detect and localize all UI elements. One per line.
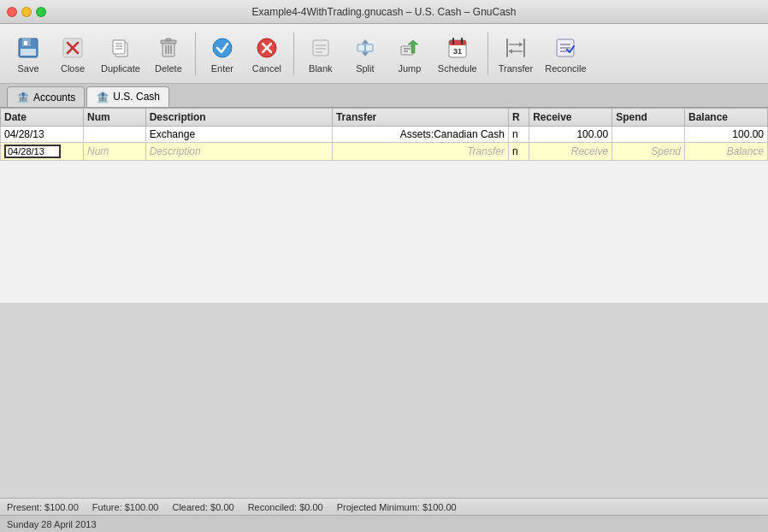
accounts-tab-icon: 🏦	[16, 91, 30, 103]
table-header-row: Date Num Description Transfer R Receive …	[1, 109, 768, 127]
description-placeholder: Description	[150, 145, 201, 157]
save-label: Save	[17, 63, 38, 74]
status-bar: Present: $100.00 Future: $100.00 Cleared…	[0, 498, 768, 515]
titlebar: Example4-4WithTrading.gnucash – U.S. Cas…	[0, 0, 768, 24]
table-row[interactable]: 04/28/13 Exchange Assets:Canadian Cash n…	[1, 127, 768, 143]
duplicate-label: Duplicate	[101, 63, 140, 74]
svg-marker-29	[362, 52, 369, 56]
edit-date[interactable]	[1, 143, 84, 161]
svg-rect-8	[113, 40, 125, 54]
svg-rect-22	[313, 40, 328, 56]
row-r[interactable]: n	[508, 127, 529, 143]
duplicate-button[interactable]: Duplicate	[96, 31, 145, 77]
schedule-button[interactable]: 31 Schedule	[433, 31, 482, 77]
svg-point-18	[213, 38, 232, 57]
edit-transfer[interactable]: Transfer	[332, 143, 508, 161]
maximize-button[interactable]	[36, 7, 46, 17]
row-spend[interactable]	[612, 127, 685, 143]
traffic-lights	[7, 7, 46, 17]
reconcile-icon	[552, 34, 579, 62]
reconcile-label: Reconcile	[545, 63, 586, 74]
col-header-spend[interactable]: Spend	[612, 109, 685, 127]
status-present: Present: $100.00	[7, 502, 79, 512]
jump-icon	[396, 34, 423, 62]
edit-num[interactable]: Num	[83, 143, 145, 161]
tab-accounts[interactable]: 🏦 Accounts	[7, 86, 85, 107]
edit-r[interactable]: n	[508, 143, 529, 161]
close-icon	[59, 34, 86, 62]
separator-3	[487, 33, 488, 75]
save-button[interactable]: Save	[7, 31, 50, 77]
edit-description[interactable]: Description	[145, 143, 332, 161]
duplicate-icon	[107, 34, 134, 62]
register-table: Date Num Description Transfer R Receive …	[0, 108, 768, 161]
transfer-icon	[502, 34, 529, 62]
save-icon	[15, 34, 42, 62]
register-container: Date Num Description Transfer R Receive …	[0, 108, 768, 498]
edit-row[interactable]: Num Description Transfer n Receive Spend	[1, 143, 768, 161]
col-header-date[interactable]: Date	[1, 109, 84, 127]
col-header-receive[interactable]: Receive	[529, 109, 612, 127]
date-bar-text: Sunday 28 April 2013	[7, 519, 97, 529]
delete-label: Delete	[155, 63, 182, 74]
col-header-balance[interactable]: Balance	[684, 109, 767, 127]
status-reconciled: Reconciled: $0.00	[248, 502, 323, 512]
accounts-tab-label: Accounts	[33, 92, 75, 103]
svg-rect-14	[166, 38, 171, 41]
transfer-label: Transfer	[499, 63, 534, 74]
cancel-button[interactable]: Cancel	[245, 31, 288, 77]
separator-2	[293, 33, 294, 75]
svg-marker-38	[519, 42, 523, 47]
separator-1	[195, 33, 196, 75]
close-button[interactable]: Close	[51, 31, 94, 77]
blank-icon	[307, 34, 334, 62]
edit-spend[interactable]: Spend	[612, 143, 685, 161]
svg-marker-28	[362, 39, 369, 44]
svg-rect-2	[21, 49, 36, 56]
row-transfer[interactable]: Assets:Canadian Cash	[332, 127, 508, 143]
split-button[interactable]: Split	[344, 31, 387, 77]
enter-icon	[209, 34, 236, 62]
enter-label: Enter	[211, 63, 233, 74]
col-header-r[interactable]: R	[508, 109, 529, 127]
delete-button[interactable]: Delete	[147, 31, 190, 77]
date-bar: Sunday 28 April 2013	[0, 515, 768, 532]
col-header-transfer[interactable]: Transfer	[332, 109, 508, 127]
register-scroll[interactable]: Date Num Description Transfer R Receive …	[0, 108, 768, 303]
minimize-button[interactable]	[21, 7, 32, 17]
svg-rect-3	[24, 41, 27, 45]
close-button[interactable]	[7, 7, 17, 17]
date-input[interactable]	[4, 145, 61, 158]
split-icon	[352, 34, 379, 62]
edit-receive[interactable]: Receive	[529, 143, 612, 161]
row-balance[interactable]: 100.00	[684, 127, 767, 143]
schedule-label: Schedule	[438, 63, 477, 74]
row-date[interactable]: 04/28/13	[1, 127, 84, 143]
row-num[interactable]	[83, 127, 145, 143]
empty-area	[0, 303, 768, 498]
svg-marker-39	[509, 49, 512, 54]
reconcile-button[interactable]: Reconcile	[540, 31, 591, 77]
enter-button[interactable]: Enter	[201, 31, 244, 77]
spend-placeholder: Spend	[651, 145, 681, 157]
window-title: Example4-4WithTrading.gnucash – U.S. Cas…	[251, 6, 516, 18]
col-header-description[interactable]: Description	[145, 109, 332, 127]
tab-us-cash[interactable]: 🏦 U.S. Cash	[86, 86, 169, 107]
delete-icon	[155, 34, 182, 62]
blank-button[interactable]: Blank	[299, 31, 342, 77]
transfer-button[interactable]: Transfer	[493, 31, 539, 77]
edit-balance[interactable]: Balance	[684, 143, 767, 161]
svg-text:31: 31	[453, 47, 462, 56]
balance-placeholder: Balance	[727, 145, 764, 157]
close-label: Close	[61, 63, 85, 74]
col-header-num[interactable]: Num	[83, 109, 145, 127]
num-placeholder: Num	[87, 145, 109, 157]
jump-button[interactable]: Jump	[388, 31, 431, 77]
receive-placeholder: Receive	[571, 145, 608, 157]
split-label: Split	[356, 63, 374, 74]
tabs-bar: 🏦 Accounts 🏦 U.S. Cash	[0, 84, 768, 108]
row-description[interactable]: Exchange	[145, 127, 332, 143]
cancel-icon	[253, 34, 281, 62]
row-receive[interactable]: 100.00	[529, 127, 612, 143]
toolbar: Save Close Duplicate	[0, 24, 768, 84]
